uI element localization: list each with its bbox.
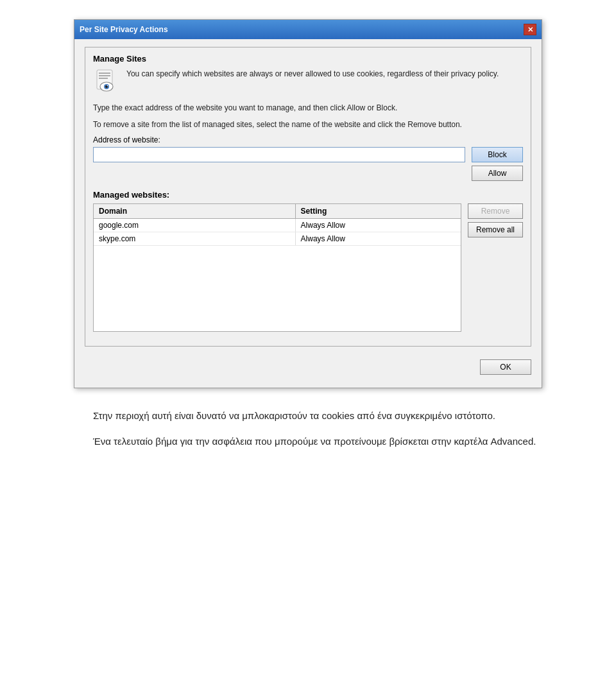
allow-button[interactable]: Allow: [472, 166, 523, 181]
instruction-text-2: To remove a site from the list of manage…: [93, 119, 523, 130]
managed-websites-group: Managed websites: Domain Setting google.…: [93, 190, 523, 332]
table-row[interactable]: skype.com Always Allow: [94, 232, 461, 246]
ok-button[interactable]: OK: [480, 359, 531, 375]
svg-rect-1: [99, 73, 110, 74]
table-cell-domain: google.com: [94, 219, 296, 232]
bottom-paragraph-2: Ένα τελευταίο βήμα για την ασφάλεια που …: [74, 433, 542, 450]
block-button[interactable]: Block: [472, 147, 523, 162]
dialog-title: Per Site Privacy Actions: [80, 25, 168, 34]
instruction-text-1: Type the exact address of the website yo…: [93, 102, 523, 114]
svg-rect-2: [99, 75, 110, 76]
bottom-paragraph-1: Στην περιοχή αυτή είναι δυνατό να μπλοκα…: [74, 408, 542, 424]
bottom-text-section: Στην περιοχή αυτή είναι δυνατό να μπλοκα…: [74, 408, 542, 458]
close-button[interactable]: ✕: [524, 24, 536, 35]
managed-websites-table: Domain Setting google.com Always Allow s…: [93, 203, 461, 332]
address-input[interactable]: [93, 147, 465, 162]
column-setting-header: Setting: [296, 204, 461, 218]
dialog-window: Per Site Privacy Actions ✕ Manage Sites: [74, 19, 542, 388]
address-label: Address of website:: [93, 135, 523, 144]
column-domain-header: Domain: [94, 204, 296, 218]
dialog-titlebar: Per Site Privacy Actions ✕: [74, 20, 542, 39]
table-cell-setting: Always Allow: [296, 219, 461, 232]
manage-sites-group: Manage Sites You can specify which websi…: [85, 47, 531, 347]
table-cell-domain: skype.com: [94, 232, 296, 245]
table-header: Domain Setting: [94, 204, 461, 219]
dialog-footer: OK: [85, 354, 531, 377]
table-row[interactable]: google.com Always Allow: [94, 219, 461, 232]
dialog-body: Manage Sites You can specify which websi…: [74, 39, 542, 388]
table-cell-setting: Always Allow: [296, 232, 461, 245]
managed-area: Domain Setting google.com Always Allow s…: [93, 203, 523, 332]
block-allow-buttons: Block Allow: [472, 147, 523, 181]
address-row: Block Allow: [93, 147, 523, 181]
remove-button[interactable]: Remove: [468, 203, 523, 219]
manage-sites-description: You can specify which websites are alway…: [126, 69, 499, 80]
managed-websites-title: Managed websites:: [93, 190, 523, 200]
svg-point-7: [107, 85, 108, 87]
managed-buttons: Remove Remove all: [468, 203, 523, 237]
svg-rect-3: [99, 78, 108, 79]
privacy-icon: [93, 69, 120, 96]
remove-all-button[interactable]: Remove all: [468, 222, 523, 237]
manage-sites-header: You can specify which websites are alway…: [93, 69, 523, 96]
manage-sites-title: Manage Sites: [93, 54, 523, 64]
